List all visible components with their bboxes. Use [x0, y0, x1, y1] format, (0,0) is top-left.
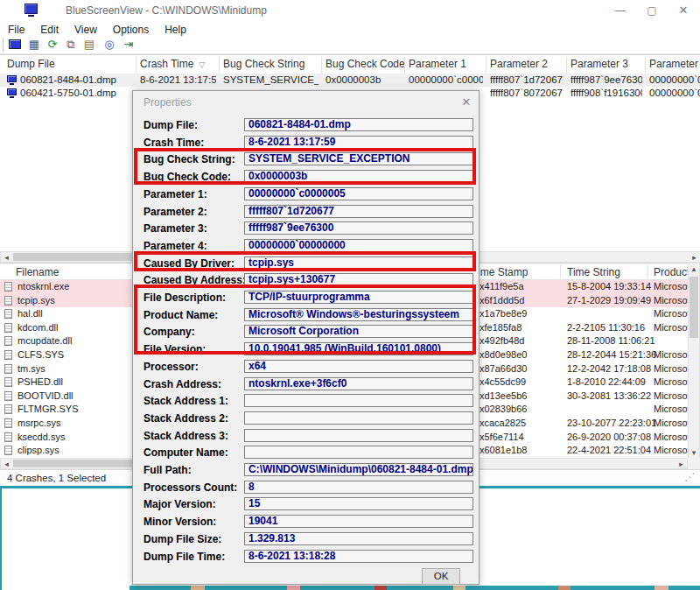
copy-icon[interactable]: ⧉	[63, 37, 79, 53]
cell-product-name: Microsoft	[654, 376, 689, 387]
column-header-filename[interactable]: Filename	[16, 266, 59, 280]
cell-param2: fffff807`80720677	[490, 88, 564, 98]
properties-icon[interactable]: ▤	[81, 37, 97, 53]
column-header-ime-stamp[interactable]: ime Stamp	[478, 266, 528, 280]
cell-product-name: Microsoft	[654, 322, 689, 333]
menu-options[interactable]: Options	[105, 23, 157, 37]
column-separator	[404, 57, 405, 74]
column-header-parameter-2[interactable]: Parameter 2	[490, 58, 548, 75]
column-separator	[219, 57, 220, 74]
field-value: 8	[245, 481, 472, 493]
menu-help[interactable]: Help	[157, 23, 194, 37]
cell-filename: ksecdd.sys	[18, 432, 65, 442]
sort-indicator-icon: ▽	[199, 60, 205, 69]
cell-product-name: Microsoft	[654, 445, 689, 455]
ok-button[interactable]: OK	[422, 568, 460, 585]
driver-file-icon	[4, 391, 12, 401]
screen: BlueScreenView - C:\WINDOWS\Minidump — ▢…	[0, 0, 700, 590]
field-value: 19041	[245, 516, 472, 527]
cell-time-stamp: x1a7be8e9	[480, 308, 527, 319]
field-value-box[interactable]	[244, 429, 473, 442]
resize-grip-icon[interactable]: ⋰	[684, 471, 695, 483]
find-icon[interactable]: ◎	[102, 37, 117, 53]
scroll-right-icon[interactable]: ▸	[689, 252, 700, 262]
cell-bug_check_code: 0x0000003b	[326, 74, 402, 85]
field-value-box[interactable]: fffff807`1d720677	[244, 205, 473, 218]
column-header-bug-check-string[interactable]: Bug Check String	[223, 58, 304, 75]
lower-vertical-scrollbar[interactable]: ▴ ▾	[688, 263, 700, 458]
scroll-up-icon[interactable]: ▴	[689, 263, 699, 275]
driver-file-icon	[4, 404, 12, 414]
column-header-time-string[interactable]: Time String	[567, 266, 620, 280]
cell-dump_file: 060421-5750-01.dmp	[20, 88, 146, 98]
field-value-box[interactable]: 00000000`c0000005	[244, 187, 473, 200]
cell-time-stamp: xfe185fa8	[480, 322, 522, 333]
scrollbar-thumb[interactable]	[690, 277, 698, 338]
maximize-button[interactable]: ▢	[639, 2, 665, 19]
cell-time-stamp: x87a66d30	[480, 363, 527, 374]
column-header-parameter-4[interactable]: Parameter 4	[649, 58, 700, 75]
scroll-right-icon[interactable]: ▸	[676, 459, 687, 468]
field-value-box[interactable]: 8-6-2021 13:18:28	[244, 550, 473, 563]
field-value-box[interactable]: 1.329.813	[244, 532, 473, 545]
dump-file-icon	[7, 75, 17, 82]
field-value-box[interactable]: 19041	[244, 515, 473, 528]
field-label-dump-file: Dump File:	[144, 119, 198, 131]
save-icon[interactable]: ▦	[26, 37, 42, 53]
exit-icon[interactable]: ⇥	[121, 37, 136, 53]
background-fragment	[191, 586, 205, 590]
scroll-left-icon[interactable]: ◂	[1, 459, 12, 468]
app-icon	[24, 4, 38, 14]
column-header-parameter-3[interactable]: Parameter 3	[570, 58, 628, 75]
cell-param2: fffff807`1d720677	[490, 74, 564, 85]
scroll-left-icon[interactable]: ◂	[1, 252, 12, 262]
dump-file-icon	[7, 88, 17, 95]
menu-file[interactable]: File	[0, 23, 32, 37]
cell-time-string: 2-2-2105 11:30:16	[567, 322, 645, 333]
column-header-dump-file[interactable]: Dump File	[7, 58, 55, 75]
field-value-box[interactable]: 00000000`00000000	[244, 239, 473, 252]
field-value-box[interactable]: C:\WINDOWS\Minidump\060821-8484-01.dmp	[244, 463, 473, 476]
field-value-box[interactable]: x64	[244, 360, 473, 373]
cell-filename: PSHED.dll	[18, 376, 63, 387]
column-header-parameter-1[interactable]: Parameter 1	[409, 58, 466, 75]
cell-bug_check_string: SYSTEM_SERVICE_EXCEP...	[223, 74, 318, 85]
close-button[interactable]: ✕	[670, 2, 696, 19]
driver-file-icon	[4, 323, 12, 333]
dump-window-icon[interactable]	[9, 39, 21, 49]
menu-edit[interactable]: Edit	[32, 23, 66, 37]
field-value-box[interactable]: 15	[244, 497, 473, 510]
status-text: 4 Crashes, 1 Selected	[7, 473, 106, 483]
column-header-bug-check-code[interactable]: Bug Check Code	[326, 58, 405, 75]
cell-time-string: 12-2-2042 17:18:08	[567, 363, 651, 374]
field-value-box[interactable]: ntoskrnl.exe+3f6cf0	[244, 377, 473, 390]
dialog-close-icon[interactable]: ✕	[458, 95, 474, 110]
column-separator	[566, 57, 567, 74]
field-label-stack-address-2: Stack Address 2:	[144, 412, 228, 425]
cell-time-string: 27-1-2029 19:09:49	[567, 295, 651, 306]
field-value-box[interactable]	[244, 394, 473, 407]
driver-file-icon	[4, 432, 12, 442]
refresh-icon[interactable]: ⟳	[45, 37, 60, 53]
menu-view[interactable]: View	[66, 23, 105, 37]
cell-time-stamp: x6f1ddd5d	[480, 295, 524, 306]
cell-dump_file: 060821-8484-01.dmp	[20, 74, 146, 85]
field-value-box[interactable]	[244, 446, 473, 459]
cell-time-string: 23-10-2077 22:23:01	[567, 418, 656, 428]
minimize-button[interactable]: —	[607, 2, 634, 19]
cell-param4: 00000000`00000	[649, 74, 700, 85]
cell-time-stamp: xcaca2825	[480, 418, 526, 428]
field-label-parameter-2: Parameter 2:	[144, 206, 207, 218]
column-header-crash-time[interactable]: Crash Time▽	[140, 58, 205, 75]
field-value-box[interactable]: fffff987`9ee76300	[244, 221, 473, 235]
driver-file-icon	[4, 350, 12, 360]
cell-filename: mcupdate.dll	[18, 335, 72, 346]
field-value-box[interactable]	[244, 411, 473, 425]
cell-filename: kdcom.dll	[18, 322, 58, 333]
field-value-box[interactable]: 060821-8484-01.dmp	[244, 118, 473, 131]
cell-param4: 00000000`00000	[649, 88, 700, 98]
field-value: fffff807`1d720677	[245, 206, 472, 217]
field-value-box[interactable]: 8-6-2021 13:17:59	[244, 136, 473, 149]
field-value-box[interactable]: 8	[244, 481, 473, 494]
dump-row[interactable]: 060821-8484-01.dmp8-6-2021 13:17:59SYSTE…	[0, 74, 700, 87]
